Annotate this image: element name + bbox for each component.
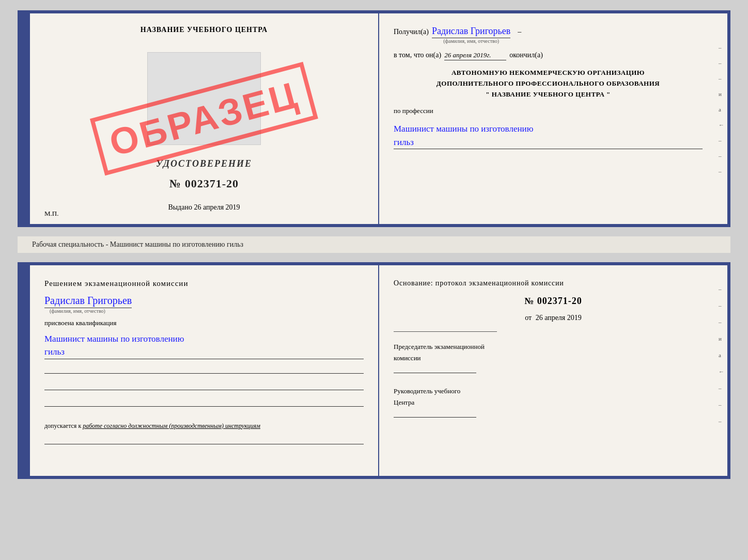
vydano-row: Выдано 26 апреля 2019 <box>168 203 240 212</box>
blank-line-3 <box>44 399 364 407</box>
rukovod-label2: Центра <box>394 397 713 408</box>
profession-text: Машинист машины по изготовлению гильз <box>394 122 703 149</box>
side-marks-top: – – – и а ← – – – <box>719 44 724 174</box>
mp-label: М.П. <box>44 210 58 218</box>
vtom-row: в том, что он(а) 26 апреля 2019г. окончи… <box>394 51 703 60</box>
bottom-fio-hint: (фамилия, имя, отчество) <box>50 308 105 314</box>
blank-line-2 <box>44 383 364 390</box>
ot-date-row: от 26 апреля 2019 <box>394 314 713 322</box>
spacer-text: Рабочая специальность - Машинист машины … <box>32 241 243 248</box>
osnovanie-text: Основание: протокол экзаменационной коми… <box>394 278 713 289</box>
okonchil-label: окончил(а) <box>509 51 543 59</box>
dopuskaetsya-row: допускается к работе согласно должностны… <box>44 422 364 430</box>
org-name-top: НАЗВАНИЕ УЧЕБНОГО ЦЕНТРА <box>141 26 268 34</box>
ot-label: от <box>525 314 532 322</box>
bottom-right-panel: Основание: протокол экзаменационной коми… <box>379 265 727 476</box>
dopuskaetsya-prefix: допускается к <box>44 422 81 429</box>
bottom-certificate: Решением экзаменационной комиссии Радисл… <box>18 262 730 479</box>
poluchil-name: Радислав Григорьев <box>432 26 510 38</box>
rukovod-label: Руководитель учебного <box>394 386 713 397</box>
udostoverenie-number: № 002371-20 <box>169 177 239 190</box>
stamp-placeholder <box>147 52 261 145</box>
chairman-block: Председатель экзаменационной комиссии <box>394 341 713 373</box>
vtom-date: 26 апреля 2019г. <box>444 51 506 60</box>
chairman-sig-line <box>394 366 476 373</box>
org-line3: " НАЗВАНИЕ УЧЕБНОГО ЦЕНТРА " <box>394 89 703 100</box>
protocol-number: № 002371-20 <box>394 296 713 307</box>
spacer-label: Рабочая специальность - Машинист машины … <box>18 236 730 253</box>
po-professii-label: по профессии <box>394 107 703 115</box>
poluchil-label: Получил(а) <box>394 28 429 36</box>
vydano-date: 26 апреля 2019 <box>194 203 240 211</box>
side-marks-bottom: – – – и а ← – – – <box>719 286 724 424</box>
fio-hint-top: (фамилия, имя, отчество) <box>443 38 499 44</box>
kvalif-text: Машинист машины по изготовлению гильз <box>44 332 364 359</box>
spine-bottom <box>21 265 30 476</box>
rukovod-block: Руководитель учебного Центра <box>394 386 713 418</box>
dopuskaetsya-text: работе согласно должностным (производств… <box>83 422 260 429</box>
org-line2: ДОПОЛНИТЕЛЬНОГО ПРОФЕССИОНАЛЬНОГО ОБРАЗО… <box>394 78 703 89</box>
resheniem-text: Решением экзаменационной комиссии <box>44 278 364 290</box>
chairman-label2: комиссии <box>394 353 713 364</box>
top-right-panel: Получил(а) Радислав Григорьев (фамилия, … <box>379 13 727 224</box>
rukovod-sig-line <box>394 410 476 418</box>
bottom-left-panel: Решением экзаменационной комиссии Радисл… <box>30 265 379 476</box>
spine-top <box>21 13 30 224</box>
top-left-panel: НАЗВАНИЕ УЧЕБНОГО ЦЕНТРА УДОСТОВЕРЕНИЕ №… <box>30 13 379 224</box>
vydano-label: Выдано <box>168 203 192 211</box>
prisvоena-label: присвоена квалификация <box>44 319 364 327</box>
vtom-label: в том, что он(а) <box>394 51 441 59</box>
bottom-name-cursive: Радислав Григорьев <box>44 295 132 308</box>
blank-line-4 <box>44 437 364 444</box>
org-block-top: АВТОНОМНУЮ НЕКОММЕРЧЕСКУЮ ОРГАНИЗАЦИЮ ДО… <box>394 68 703 100</box>
top-certificate: НАЗВАНИЕ УЧЕБНОГО ЦЕНТРА УДОСТОВЕРЕНИЕ №… <box>18 10 730 227</box>
udostoverenie-label: УДОСТОВЕРЕНИЕ <box>156 158 252 169</box>
ot-date-value: 26 апреля 2019 <box>536 314 582 322</box>
org-line1: АВТОНОМНУЮ НЕКОММЕРЧЕСКУЮ ОРГАНИЗАЦИЮ <box>394 68 703 78</box>
date-line <box>394 331 497 332</box>
chairman-label: Председатель экзаменационной <box>394 341 713 353</box>
poluchil-row: Получил(а) Радислав Григорьев (фамилия, … <box>394 26 703 44</box>
blank-line-1 <box>44 366 364 374</box>
